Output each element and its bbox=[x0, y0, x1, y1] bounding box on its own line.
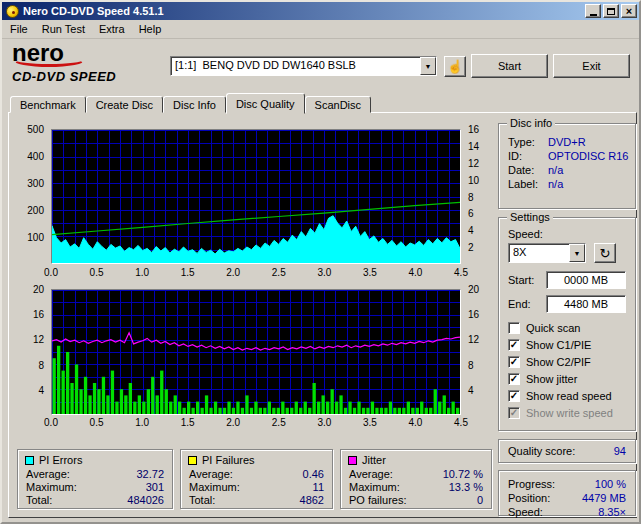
show-jitter-checkbox[interactable] bbox=[508, 373, 520, 385]
x-axis-tick: 1.0 bbox=[135, 267, 149, 278]
stat-row: Average:32.72 bbox=[26, 468, 164, 480]
checkbox-label: Show read speed bbox=[526, 390, 612, 402]
progress-rows: Progress:100 %Position:4479 MBSpeed:8.35… bbox=[508, 478, 626, 518]
x-axis-tick: 3.0 bbox=[317, 417, 331, 428]
app-icon bbox=[6, 5, 19, 18]
kv-label: ID: bbox=[508, 150, 548, 162]
close-button[interactable]: × bbox=[621, 4, 637, 18]
y-axis-tick: 4 bbox=[468, 225, 474, 236]
checkbox-row-show-write-speed: Show write speed bbox=[508, 404, 626, 421]
stat-value: 0.46 bbox=[303, 468, 324, 480]
x-axis-tick: 1.5 bbox=[181, 267, 195, 278]
y-axis-tick: 500 bbox=[27, 124, 44, 135]
y-axis-tick: 16 bbox=[468, 309, 479, 320]
tab-disc-info[interactable]: Disc Info bbox=[163, 96, 226, 113]
pi-errors-stats-rows: Average:32.72Maximum:301Total:484026 bbox=[18, 468, 172, 506]
quick-scan-checkbox[interactable] bbox=[508, 322, 520, 334]
settings-checkboxes: Quick scanShow C1/PIEShow C2/PIFShow jit… bbox=[508, 319, 626, 421]
checkbox-row-show-c1-pie: Show C1/PIE bbox=[508, 336, 626, 353]
start-field[interactable]: 0000 MB bbox=[546, 271, 626, 289]
drive-selector-dropdown-button[interactable]: ▼ bbox=[420, 57, 436, 75]
stat-row: Average:0.46 bbox=[189, 468, 324, 480]
disc-info-legend: Disc info bbox=[507, 117, 555, 129]
y-axis-tick: 8 bbox=[468, 192, 474, 203]
stat-row: PO failures:0 bbox=[349, 494, 483, 506]
x-axis-tick: 0.5 bbox=[90, 267, 104, 278]
pi-errors-stats-header: PI Errors bbox=[25, 454, 165, 466]
kv-value: 8.35× bbox=[598, 506, 626, 518]
stat-row: Maximum:11 bbox=[189, 481, 324, 493]
x-axis-tick: 3.5 bbox=[363, 417, 377, 428]
show-c2-pif-checkbox[interactable] bbox=[508, 356, 520, 368]
hand-icon: ☝ bbox=[447, 59, 463, 74]
checkbox-label: Quick scan bbox=[526, 322, 580, 334]
y-axis-tick: 2 bbox=[468, 242, 474, 253]
show-write-speed-checkbox bbox=[508, 407, 520, 419]
minimize-button[interactable] bbox=[585, 4, 601, 18]
tab-create-disc[interactable]: Create Disc bbox=[86, 96, 163, 113]
x-axis-tick: 4.5 bbox=[454, 417, 468, 428]
exit-button[interactable]: Exit bbox=[553, 54, 630, 78]
speed-dropdown-button[interactable]: ▼ bbox=[569, 244, 585, 262]
y-axis-tick: 8 bbox=[468, 360, 474, 371]
y-axis-tick: 20 bbox=[33, 284, 44, 295]
kv-value: n/a bbox=[548, 178, 563, 190]
kv-row: ID:OPTODISC R16 bbox=[508, 150, 626, 162]
stat-value: 32.72 bbox=[136, 468, 164, 480]
title-bar[interactable]: Nero CD-DVD Speed 4.51.1 × bbox=[2, 2, 639, 20]
maximize-button[interactable] bbox=[603, 4, 619, 18]
x-axis-tick: 0.0 bbox=[44, 417, 58, 428]
menu-file[interactable]: File bbox=[3, 21, 35, 37]
logo-swoosh bbox=[13, 53, 85, 67]
menu-run-test[interactable]: Run Test bbox=[35, 21, 92, 37]
speed-row: 8X ▼ ↻ bbox=[508, 243, 626, 263]
quality-score-label: Quality score: bbox=[508, 445, 575, 457]
pi-errors-y-axis-left: 500400300200100 bbox=[9, 129, 47, 264]
x-axis-tick: 2.0 bbox=[226, 267, 240, 278]
menu-help[interactable]: Help bbox=[132, 21, 169, 37]
drive-selector-value: [1:1] BENQ DVD DD DW1640 BSLB bbox=[171, 57, 420, 75]
stat-value: 11 bbox=[313, 481, 324, 493]
kv-value: n/a bbox=[548, 164, 563, 176]
checkbox-label: Show C1/PIE bbox=[526, 339, 591, 351]
header: nero CD-DVD SPEED [1:1] BENQ DVD DD DW16… bbox=[2, 39, 639, 92]
stat-value: 0 bbox=[477, 494, 483, 506]
menu-bar: FileRun TestExtraHelp bbox=[2, 20, 639, 39]
pi-errors-x-axis: 0.00.51.01.52.02.53.03.54.04.5 bbox=[51, 267, 461, 279]
kv-value: OPTODISC R16 bbox=[548, 150, 629, 162]
stat-label: Total: bbox=[189, 494, 215, 506]
pi-errors-stats: PI Errors Average:32.72Maximum:301Total:… bbox=[17, 449, 173, 509]
chevron-down-icon: ▼ bbox=[574, 250, 581, 257]
stat-label: Total: bbox=[26, 494, 52, 506]
refresh-speed-button[interactable]: ↻ bbox=[594, 243, 616, 263]
speed-selector[interactable]: 8X ▼ bbox=[508, 243, 586, 263]
pi-errors-y-axis-right: 161412108642 bbox=[465, 129, 491, 264]
y-axis-tick: 4 bbox=[468, 385, 474, 396]
chevron-down-icon: ▼ bbox=[425, 63, 432, 70]
disc-info-group: Disc info Type:DVD+RID:OPTODISC R16Date:… bbox=[498, 123, 636, 209]
drive-options-button[interactable]: ☝ bbox=[444, 56, 466, 77]
x-axis-tick: 2.5 bbox=[272, 417, 286, 428]
stat-row: Maximum:301 bbox=[26, 481, 164, 493]
speed-selector-value: 8X bbox=[509, 244, 569, 262]
maximize-icon bbox=[607, 8, 615, 15]
tab-scandisc[interactable]: ScanDisc bbox=[305, 96, 371, 113]
stat-value: 10.72 % bbox=[443, 468, 483, 480]
stat-label: Maximum: bbox=[26, 481, 77, 493]
tab-disc-quality[interactable]: Disc Quality bbox=[226, 93, 305, 114]
show-c1-pie-checkbox[interactable] bbox=[508, 339, 520, 351]
menu-extra[interactable]: Extra bbox=[92, 21, 132, 37]
kv-label: Speed: bbox=[508, 506, 598, 518]
close-icon: × bbox=[626, 6, 632, 16]
start-button[interactable]: Start bbox=[471, 54, 548, 78]
pi-failures-swatch bbox=[188, 456, 197, 465]
kv-row: Progress:100 % bbox=[508, 478, 626, 490]
end-field[interactable]: 4480 MB bbox=[546, 295, 626, 313]
stat-label: Average: bbox=[26, 468, 70, 480]
show-read-speed-checkbox[interactable] bbox=[508, 390, 520, 402]
tab-benchmark[interactable]: Benchmark bbox=[10, 96, 86, 113]
drive-selector[interactable]: [1:1] BENQ DVD DD DW1640 BSLB ▼ bbox=[170, 56, 437, 76]
stat-value: 301 bbox=[146, 481, 164, 493]
end-field-label: End: bbox=[508, 298, 531, 310]
quality-score-box: Quality score: 94 bbox=[498, 439, 636, 463]
